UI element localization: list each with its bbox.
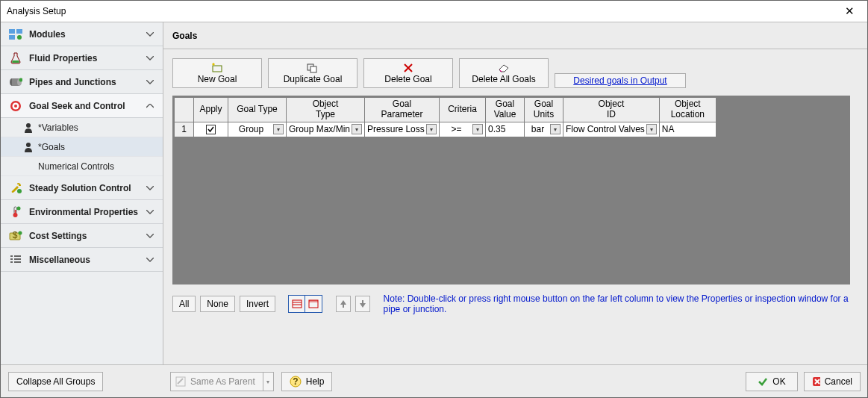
svg-point-20 bbox=[19, 231, 22, 234]
svg-rect-0 bbox=[9, 29, 15, 34]
col-goal-parameter[interactable]: GoalParameter bbox=[365, 98, 440, 122]
desired-goals-output-link[interactable]: Desired goals in Output bbox=[555, 73, 686, 88]
wrench-icon bbox=[7, 181, 25, 195]
goals-grid: Apply Goal Type ObjectType GoalParameter… bbox=[172, 96, 850, 284]
col-goal-type[interactable]: Goal Type bbox=[228, 98, 287, 122]
chevron-down-icon bbox=[146, 56, 157, 60]
dropdown-icon[interactable]: ▾ bbox=[646, 124, 657, 134]
col-goal-value[interactable]: GoalValue bbox=[486, 98, 525, 122]
svg-rect-1 bbox=[16, 29, 22, 34]
cell-goal-units[interactable]: bar▾ bbox=[525, 122, 563, 137]
panel-title: Goals bbox=[163, 22, 867, 49]
sidebar-label: Goal Seek and Control bbox=[29, 101, 146, 111]
apply-checkbox[interactable] bbox=[206, 125, 216, 134]
grid-row-style-b-button[interactable] bbox=[305, 296, 322, 312]
cell-goal-type[interactable]: Group▾ bbox=[228, 122, 287, 137]
chevron-down-icon bbox=[146, 186, 157, 190]
grid-note: Note: Double-click or press right mouse … bbox=[384, 293, 858, 314]
same-as-parent-dropdown[interactable]: ▾ bbox=[263, 372, 274, 391]
new-goal-button[interactable]: New Goal bbox=[172, 58, 262, 88]
sidebar-group-pipes[interactable]: Pipes and Junctions bbox=[1, 70, 163, 94]
person-icon bbox=[22, 122, 35, 134]
cell-criteria[interactable]: >=▾ bbox=[440, 122, 486, 137]
help-button[interactable]: ? Help bbox=[281, 372, 333, 391]
select-all-button[interactable]: All bbox=[172, 296, 196, 312]
delete-all-goals-button[interactable]: Delete All Goals bbox=[459, 58, 549, 88]
cancel-button[interactable]: Cancel bbox=[804, 372, 861, 391]
dropdown-icon[interactable]: ▾ bbox=[273, 124, 284, 134]
pipe-icon bbox=[7, 75, 25, 89]
col-object-type[interactable]: ObjectType bbox=[287, 98, 365, 122]
col-object-location[interactable]: ObjectLocation bbox=[659, 98, 716, 122]
cell-apply[interactable] bbox=[194, 122, 228, 137]
cancel-icon bbox=[812, 376, 820, 387]
dropdown-icon[interactable]: ▾ bbox=[472, 124, 483, 134]
sidebar-label: Modules bbox=[29, 29, 146, 40]
select-invert-button[interactable]: Invert bbox=[240, 296, 275, 312]
new-icon bbox=[210, 62, 224, 73]
svg-point-11 bbox=[26, 123, 31, 128]
sidebar-group-fluid[interactable]: Fluid Properties bbox=[1, 46, 163, 70]
sidebar-item-label: Numerical Controls bbox=[38, 161, 163, 172]
svg-point-12 bbox=[26, 143, 31, 147]
grid-row[interactable]: 1 Group▾ Group Max/Min▾ Pressure Loss▾ >… bbox=[175, 122, 716, 137]
dropdown-icon[interactable]: ▾ bbox=[426, 124, 437, 134]
ok-button[interactable]: OK bbox=[746, 372, 798, 391]
sidebar-group-misc[interactable]: Miscellaneous bbox=[1, 248, 163, 272]
select-none-button[interactable]: None bbox=[200, 296, 235, 312]
close-icon[interactable]: ✕ bbox=[837, 4, 861, 18]
collapse-all-groups-button[interactable]: Collapse All Groups bbox=[8, 372, 103, 391]
sidebar-label: Miscellaneous bbox=[29, 255, 146, 265]
move-down-button[interactable] bbox=[355, 296, 370, 312]
sidebar-label: Pipes and Junctions bbox=[29, 77, 146, 87]
sidebar-group-goal-seek[interactable]: Goal Seek and Control bbox=[1, 94, 163, 118]
svg-rect-24 bbox=[14, 258, 21, 260]
cell-object-location[interactable]: NA bbox=[659, 122, 716, 137]
svg-rect-30 bbox=[293, 300, 302, 308]
row-number[interactable]: 1 bbox=[175, 122, 194, 137]
cell-object-id[interactable]: Flow Control Valves▾ bbox=[563, 122, 660, 137]
col-apply[interactable]: Apply bbox=[194, 98, 228, 122]
grid-row-style-a-button[interactable] bbox=[289, 296, 305, 312]
sidebar-group-modules[interactable]: Modules bbox=[1, 22, 163, 46]
col-rownum[interactable] bbox=[175, 98, 194, 122]
sidebar-item-numerical-controls[interactable]: Numerical Controls bbox=[1, 157, 163, 176]
sidebar-item-variables[interactable]: *Variables bbox=[1, 118, 163, 137]
modules-icon bbox=[7, 28, 25, 41]
col-object-id[interactable]: ObjectID bbox=[563, 98, 660, 122]
svg-rect-26 bbox=[14, 261, 21, 263]
svg-text:?: ? bbox=[293, 376, 298, 387]
sidebar-label: Environmental Properties bbox=[29, 207, 146, 217]
move-up-button[interactable] bbox=[336, 296, 351, 312]
sidebar-label: Fluid Properties bbox=[29, 53, 146, 63]
cell-goal-value[interactable]: 0.35 bbox=[486, 122, 525, 137]
chevron-down-icon bbox=[146, 258, 157, 262]
col-criteria[interactable]: Criteria bbox=[440, 98, 486, 122]
thermometer-icon bbox=[7, 205, 25, 219]
sidebar: Modules Fluid Properties Pipes and Junct… bbox=[1, 22, 163, 364]
edit-icon bbox=[175, 376, 186, 387]
person-icon bbox=[22, 141, 35, 153]
svg-rect-29 bbox=[310, 66, 316, 72]
list-icon bbox=[7, 253, 25, 267]
same-as-parent-button[interactable]: Same As Parent bbox=[170, 372, 263, 391]
sidebar-group-environmental[interactable]: Environmental Properties bbox=[1, 200, 163, 224]
sidebar-item-goals[interactable]: *Goals bbox=[1, 137, 163, 157]
chevron-down-icon bbox=[146, 80, 157, 84]
chevron-down-icon bbox=[146, 210, 157, 214]
sidebar-group-cost[interactable]: $ Cost Settings bbox=[1, 224, 163, 248]
cell-goal-parameter[interactable]: Pressure Loss▾ bbox=[365, 122, 440, 137]
sidebar-label: Cost Settings bbox=[29, 231, 146, 241]
col-goal-units[interactable]: GoalUnits bbox=[525, 98, 563, 122]
window-title: Analysis Setup bbox=[7, 6, 837, 16]
dropdown-icon[interactable]: ▾ bbox=[550, 124, 561, 134]
dropdown-icon[interactable]: ▾ bbox=[352, 124, 362, 134]
delete-goal-button[interactable]: Delete Goal bbox=[363, 58, 453, 88]
sidebar-group-steady[interactable]: Steady Solution Control bbox=[1, 176, 163, 200]
svg-point-3 bbox=[17, 35, 22, 40]
svg-rect-25 bbox=[10, 261, 13, 263]
cell-object-type[interactable]: Group Max/Min▾ bbox=[287, 122, 365, 137]
chevron-down-icon bbox=[146, 234, 157, 238]
svg-rect-22 bbox=[14, 255, 21, 257]
duplicate-goal-button[interactable]: Duplicate Goal bbox=[268, 58, 357, 88]
